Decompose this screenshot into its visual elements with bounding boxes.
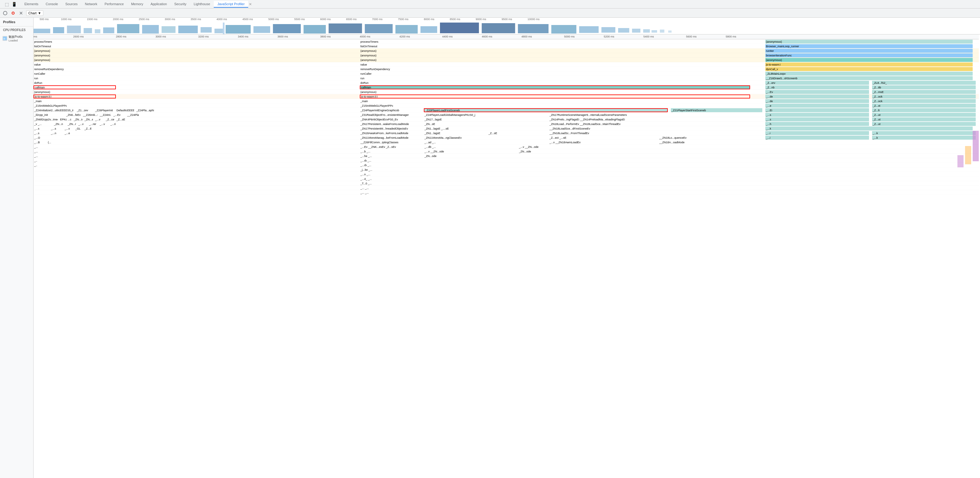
fn-block-Z-cev[interactable]: _Z...cev	[105, 118, 115, 121]
fn-block-k2[interactable]: _...k	[872, 136, 976, 140]
fn-block-processTimers-mid[interactable]: processTimers	[360, 40, 433, 44]
fn-block-ri1[interactable]: _ZN...ri	[67, 122, 76, 126]
fn-block-ZN18A[interactable]: __ZN18A...oadMode	[659, 140, 762, 144]
fn-block-ZN18Load[interactable]: _ZN18Load...PerformEv __ZN18LoadSce...Ma…	[549, 122, 762, 126]
fn-block-v4[interactable]: _...v	[64, 127, 73, 130]
fn-block-il2cpp-1[interactable]: _il2cpp_init	[33, 113, 64, 117]
fn-block-n2[interactable]: _...n	[50, 131, 62, 135]
fn-block-listOnTimeout-left[interactable]: listOnTimeout	[33, 44, 116, 48]
fn-block-b1[interactable]: _...b _...	[360, 149, 421, 153]
fn-block-ZsE1[interactable]: _Z...sE	[488, 131, 549, 135]
fn-block-ZsEv[interactable]: _Z...sEv	[116, 118, 125, 121]
fn-block-Znb[interactable]: _Z...nb	[765, 85, 869, 89]
fn-block-Z16DrawS[interactable]: __Z16DrawS...shScreenb	[765, 76, 973, 80]
fn-block-anon-callMain-mid[interactable]: (anonymous)	[360, 90, 750, 94]
fn-block-Zut2[interactable]: _Z...ut	[872, 118, 976, 121]
fn-block-callMain-left[interactable]: callMain	[33, 85, 116, 89]
fn-block-v5[interactable]: _...v __ZN18AwmLoadEv	[549, 140, 655, 144]
fn-block-v2[interactable]: _...v	[78, 122, 87, 126]
fn-block-de2[interactable]: _...de	[765, 99, 869, 103]
fn-block-e1[interactable]: _...e	[64, 131, 72, 135]
fn-block-Z24Pla2[interactable]: __Z24Pla...aphicsb	[127, 113, 139, 117]
fn-block-listOnTimeout-mid[interactable]: listOnTimeout	[360, 44, 433, 48]
fn-block-z24init-left[interactable]: _Z24InitializeI2...ultIcEEEES5_iPPKcb	[33, 108, 73, 112]
fn-block-Zk1[interactable]: _...k	[765, 127, 973, 130]
fn-block-paren[interactable]: (...	[47, 140, 56, 144]
fn-block-DefaultIc[interactable]: DefaultIcEEEES5_	[116, 108, 134, 112]
fn-block-Zock[interactable]: _Z...ock	[872, 95, 976, 98]
inspect-icon[interactable]: ⬚	[4, 1, 10, 7]
fn-block-jsToWasm-right[interactable]: js-to-wasm:i	[765, 62, 973, 67]
fn-block-Zut3[interactable]: _Z...ut	[872, 122, 976, 126]
fn-block-dots-1[interactable]: _...	[33, 145, 43, 149]
fn-block-removeRunDep-mid[interactable]: removeRunDependency	[360, 67, 750, 71]
fn-block-v3[interactable]: _...v	[99, 122, 108, 126]
fn-block-Zock2[interactable]: _Z...ock	[872, 99, 976, 103]
fn-block-ZN14Prelo[interactable]: _ZN14Prelo...ingFlagsEi __ZN14PreloadMa.…	[549, 118, 762, 121]
fn-block-anon-right-1[interactable]: (anonymous)	[765, 40, 973, 44]
fn-block-ZN1lagsE[interactable]: _ZN1...lagsE _....sE	[424, 127, 546, 130]
tab-application[interactable]: Application	[147, 1, 171, 8]
fn-block-EPKc[interactable]: EPKc ...c	[59, 118, 72, 121]
fn-block-value-mid[interactable]: value	[360, 62, 750, 67]
fn-block-rb1[interactable]: _...rb _...	[360, 159, 415, 162]
fn-block-runCaller-mid[interactable]: runCaller	[360, 71, 750, 76]
fn-block-ZNin[interactable]: _ZN...in	[73, 118, 82, 121]
fn-block-ss2[interactable]: _...s	[50, 127, 62, 130]
fn-block-n1[interactable]: _ZN...n	[53, 122, 65, 126]
fn-block-z15init-left[interactable]: _Z15InitWebGLPlayerIPPc	[33, 104, 116, 108]
tab-sources[interactable]: Sources	[62, 1, 81, 8]
stop-icon[interactable]	[10, 10, 16, 16]
chart-selector[interactable]: Chart ▼	[26, 10, 43, 16]
fn-block-ZN6-1[interactable]: _ZN6...feEv	[65, 113, 81, 117]
fn-block-Ev1[interactable]: _...Ev	[113, 113, 125, 117]
fn-block-Z26Initi[interactable]: __Z26Initi...Graphicsv	[82, 113, 97, 117]
fn-block-z15init-mid[interactable]: _Z15InitWebGLPlayerIPPc	[360, 104, 750, 108]
fn-block-ZN1mono[interactable]: _ZN11MonoMa...ngClassesEv	[424, 136, 546, 140]
fn-block-ss3[interactable]: _...s	[33, 131, 49, 135]
fn-block-B1[interactable]: _...B	[33, 140, 46, 144]
fn-block-ri2[interactable]: _...ri	[110, 122, 119, 126]
fn-block-dynCall[interactable]: dynCall_v	[765, 67, 973, 71]
fn-block-anon-callMain-left[interactable]: (anonymous)	[33, 90, 116, 94]
fn-block-xt[interactable]: _Z...xt	[872, 104, 976, 108]
tab-console[interactable]: Console	[42, 1, 62, 8]
fn-block-O1[interactable]: _...O	[33, 136, 46, 140]
tab-lighthouse[interactable]: Lighthouse	[190, 1, 214, 8]
fn-block-T0[interactable]: _T...0 _...	[360, 181, 415, 185]
fn-block-ZNesEv[interactable]: _ZN...esEv	[84, 118, 93, 121]
fn-block-dots-last2[interactable]: _... _...	[360, 191, 399, 194]
fn-block-rb2[interactable]: _...rb _...	[360, 163, 415, 167]
record-icon[interactable]	[2, 10, 8, 16]
fn-block-ZNK1[interactable]: _ZN6il2cpp2v...ime4Ini	[33, 118, 58, 121]
fn-block-processTimers-left[interactable]: processTimers	[33, 40, 116, 44]
fn-block-ZN18LoadSc2[interactable]: __ZN18LoadSc...FromThreadEv	[549, 131, 762, 135]
fn-block-anon-right-3[interactable]: (anonymous)	[765, 58, 973, 62]
fn-block-i2[interactable]: _...i	[765, 136, 869, 140]
fn-block-Z24PlayerLoad[interactable]: _Z24PlayerLoadGlobalManagersPKcS0_j	[424, 113, 546, 117]
fn-block-dots-4[interactable]: _..	[33, 159, 41, 162]
fn-block-ZN18LoadSce[interactable]: __ZN18LoadSce...dFirstSceneEv	[549, 127, 762, 130]
fn-block-Ev[interactable]: _...Ev	[765, 90, 869, 94]
close-tab-icon[interactable]: ✕	[249, 2, 252, 6]
fn-block-GL[interactable]: _GL	[75, 127, 82, 130]
fn-block-browserMainLoop[interactable]: Browser_mainLoop_runner	[765, 44, 973, 48]
fn-block-s-2[interactable]: _...s	[765, 118, 869, 121]
fn-block-Ztib[interactable]: _Z...tib	[872, 85, 976, 89]
fn-block-v1[interactable]: _...v	[94, 118, 104, 121]
tab-memory[interactable]: Memory	[127, 1, 147, 8]
fn-block-ZN1lagsE2[interactable]: _ZN1...lagsE	[424, 131, 485, 135]
fn-block-n3[interactable]: _...n _...	[360, 172, 415, 176]
fn-block-jke[interactable]: _j...ke _...	[360, 168, 415, 172]
fn-block-runIter[interactable]: runIter	[765, 49, 973, 53]
fn-block-doRun-mid[interactable]: doRun	[360, 81, 750, 85]
fn-block-4-[interactable]: _...4_ _...	[360, 177, 415, 181]
fn-block-v6[interactable]: _...v __ZN...ode	[519, 145, 610, 149]
fn-block-Zlt[interactable]: _Z...lt	[872, 108, 976, 112]
fn-block-ZN18Awake[interactable]: _ZN18AwaKeFrom...keFromLoadMode	[360, 131, 415, 135]
fn-block-s-1[interactable]: _...s	[765, 113, 869, 117]
profile-item[interactable]: ▤ 魅族Pro6s Loaded	[0, 33, 33, 43]
fn-block-e-1[interactable]: _...e	[765, 104, 869, 108]
fn-block-ZNode3[interactable]: _ZN...ode	[424, 154, 515, 158]
fn-block-Z24Ini[interactable]: __Z24Ini...EEE	[99, 113, 111, 117]
